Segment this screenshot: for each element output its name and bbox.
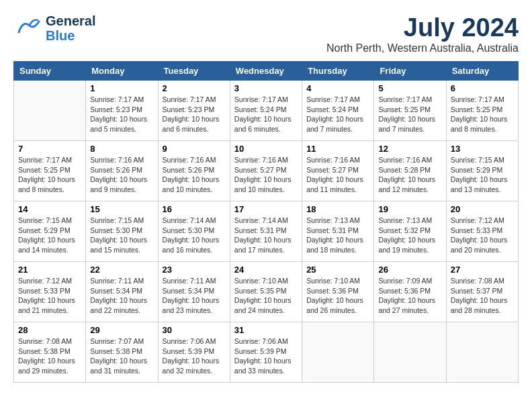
cell-info-text: Sunrise: 7:16 AM Sunset: 5:26 PM Dayligh… (163, 155, 226, 195)
cell-day-number: 4 (306, 83, 369, 93)
cell-day-number: 18 (306, 204, 369, 214)
cell-day-number: 9 (163, 144, 226, 154)
calendar-cell: 18Sunrise: 7:13 AM Sunset: 5:31 PM Dayli… (302, 201, 374, 262)
cell-day-number: 14 (18, 204, 81, 214)
cell-day-number: 13 (451, 144, 514, 154)
cell-day-number: 6 (451, 83, 514, 93)
logo-blue-text: Blue (46, 28, 95, 43)
cell-info-text: Sunrise: 7:17 AM Sunset: 5:25 PM Dayligh… (18, 155, 81, 195)
header-sunday: Sunday (14, 62, 86, 81)
cell-day-number: 28 (18, 325, 81, 335)
calendar-body: 1Sunrise: 7:17 AM Sunset: 5:23 PM Daylig… (14, 81, 519, 383)
calendar-cell: 11Sunrise: 7:16 AM Sunset: 5:27 PM Dayli… (302, 141, 374, 201)
logo-name: General Blue (46, 13, 95, 43)
cell-info-text: Sunrise: 7:17 AM Sunset: 5:24 PM Dayligh… (306, 95, 369, 134)
cell-day-number: 2 (163, 83, 226, 93)
cell-info-text: Sunrise: 7:06 AM Sunset: 5:39 PM Dayligh… (163, 336, 226, 376)
calendar-cell: 15Sunrise: 7:15 AM Sunset: 5:30 PM Dayli… (86, 201, 158, 262)
cell-day-number: 30 (163, 325, 226, 335)
calendar-cell: 19Sunrise: 7:13 AM Sunset: 5:32 PM Dayli… (374, 201, 446, 262)
cell-info-text: Sunrise: 7:06 AM Sunset: 5:39 PM Dayligh… (234, 336, 298, 376)
header-wednesday: Wednesday (230, 62, 302, 81)
cell-info-text: Sunrise: 7:17 AM Sunset: 5:25 PM Dayligh… (451, 95, 514, 134)
cell-day-number: 3 (234, 83, 298, 93)
cell-info-text: Sunrise: 7:14 AM Sunset: 5:31 PM Dayligh… (234, 216, 298, 255)
calendar-cell: 30Sunrise: 7:06 AM Sunset: 5:39 PM Dayli… (158, 322, 230, 383)
cell-info-text: Sunrise: 7:13 AM Sunset: 5:32 PM Dayligh… (378, 216, 441, 255)
cell-day-number: 24 (234, 265, 298, 275)
subtitle: North Perth, Western Australia, Australi… (326, 42, 519, 54)
calendar-cell: 26Sunrise: 7:09 AM Sunset: 5:36 PM Dayli… (374, 262, 446, 322)
cell-info-text: Sunrise: 7:08 AM Sunset: 5:37 PM Dayligh… (451, 276, 514, 316)
calendar-cell: 7Sunrise: 7:17 AM Sunset: 5:25 PM Daylig… (14, 141, 86, 201)
calendar-cell: 27Sunrise: 7:08 AM Sunset: 5:37 PM Dayli… (446, 262, 518, 322)
calendar-cell: 17Sunrise: 7:14 AM Sunset: 5:31 PM Dayli… (230, 201, 302, 262)
cell-info-text: Sunrise: 7:16 AM Sunset: 5:27 PM Dayligh… (306, 155, 369, 195)
week-row-1: 7Sunrise: 7:17 AM Sunset: 5:25 PM Daylig… (14, 141, 519, 201)
logo: General Blue (13, 13, 95, 43)
week-row-3: 21Sunrise: 7:12 AM Sunset: 5:33 PM Dayli… (14, 262, 519, 322)
page-header: General Blue July 2024 North Perth, West… (13, 13, 519, 54)
calendar-cell: 8Sunrise: 7:16 AM Sunset: 5:26 PM Daylig… (86, 141, 158, 201)
calendar-cell: 21Sunrise: 7:12 AM Sunset: 5:33 PM Dayli… (14, 262, 86, 322)
calendar-cell (302, 322, 374, 383)
cell-day-number: 5 (378, 83, 441, 93)
cell-day-number: 7 (18, 144, 81, 154)
cell-info-text: Sunrise: 7:17 AM Sunset: 5:23 PM Dayligh… (90, 95, 153, 134)
cell-day-number: 10 (234, 144, 298, 154)
calendar-cell: 24Sunrise: 7:10 AM Sunset: 5:35 PM Dayli… (230, 262, 302, 322)
cell-day-number: 12 (378, 144, 441, 154)
cell-info-text: Sunrise: 7:12 AM Sunset: 5:33 PM Dayligh… (18, 276, 81, 316)
cell-info-text: Sunrise: 7:11 AM Sunset: 5:34 PM Dayligh… (163, 276, 226, 316)
cell-info-text: Sunrise: 7:08 AM Sunset: 5:38 PM Dayligh… (18, 336, 81, 376)
cell-info-text: Sunrise: 7:14 AM Sunset: 5:30 PM Dayligh… (163, 216, 226, 255)
cell-info-text: Sunrise: 7:16 AM Sunset: 5:27 PM Dayligh… (234, 155, 298, 195)
calendar-header: SundayMondayTuesdayWednesdayThursdayFrid… (14, 62, 519, 81)
calendar-cell: 4Sunrise: 7:17 AM Sunset: 5:24 PM Daylig… (302, 81, 374, 141)
calendar-cell: 13Sunrise: 7:15 AM Sunset: 5:29 PM Dayli… (446, 141, 518, 201)
calendar-cell (446, 322, 518, 383)
cell-info-text: Sunrise: 7:17 AM Sunset: 5:23 PM Dayligh… (163, 95, 226, 134)
calendar-cell: 2Sunrise: 7:17 AM Sunset: 5:23 PM Daylig… (158, 81, 230, 141)
calendar-cell: 10Sunrise: 7:16 AM Sunset: 5:27 PM Dayli… (230, 141, 302, 201)
cell-info-text: Sunrise: 7:10 AM Sunset: 5:36 PM Dayligh… (306, 276, 369, 316)
week-row-0: 1Sunrise: 7:17 AM Sunset: 5:23 PM Daylig… (14, 81, 519, 141)
cell-info-text: Sunrise: 7:13 AM Sunset: 5:31 PM Dayligh… (306, 216, 369, 255)
calendar-cell: 31Sunrise: 7:06 AM Sunset: 5:39 PM Dayli… (230, 322, 302, 383)
calendar-cell: 16Sunrise: 7:14 AM Sunset: 5:30 PM Dayli… (158, 201, 230, 262)
cell-day-number: 20 (451, 204, 514, 214)
header-thursday: Thursday (302, 62, 374, 81)
calendar-cell: 25Sunrise: 7:10 AM Sunset: 5:36 PM Dayli… (302, 262, 374, 322)
cell-day-number: 15 (90, 204, 153, 214)
cell-info-text: Sunrise: 7:17 AM Sunset: 5:25 PM Dayligh… (378, 95, 441, 134)
calendar-cell (14, 81, 86, 141)
cell-info-text: Sunrise: 7:16 AM Sunset: 5:28 PM Dayligh… (378, 155, 441, 195)
week-row-4: 28Sunrise: 7:08 AM Sunset: 5:38 PM Dayli… (14, 322, 519, 383)
header-monday: Monday (86, 62, 158, 81)
cell-day-number: 19 (378, 204, 441, 214)
calendar-cell (374, 322, 446, 383)
cell-info-text: Sunrise: 7:17 AM Sunset: 5:24 PM Dayligh… (234, 95, 298, 134)
cell-day-number: 17 (234, 204, 298, 214)
calendar-cell: 23Sunrise: 7:11 AM Sunset: 5:34 PM Dayli… (158, 262, 230, 322)
cell-day-number: 1 (90, 83, 153, 93)
calendar-cell: 12Sunrise: 7:16 AM Sunset: 5:28 PM Dayli… (374, 141, 446, 201)
calendar-cell: 1Sunrise: 7:17 AM Sunset: 5:23 PM Daylig… (86, 81, 158, 141)
calendar-cell: 29Sunrise: 7:07 AM Sunset: 5:38 PM Dayli… (86, 322, 158, 383)
cell-info-text: Sunrise: 7:10 AM Sunset: 5:35 PM Dayligh… (234, 276, 298, 316)
cell-day-number: 29 (90, 325, 153, 335)
week-row-2: 14Sunrise: 7:15 AM Sunset: 5:29 PM Dayli… (14, 201, 519, 262)
calendar-cell: 28Sunrise: 7:08 AM Sunset: 5:38 PM Dayli… (14, 322, 86, 383)
cell-day-number: 16 (163, 204, 226, 214)
cell-day-number: 11 (306, 144, 369, 154)
calendar-cell: 6Sunrise: 7:17 AM Sunset: 5:25 PM Daylig… (446, 81, 518, 141)
header-saturday: Saturday (446, 62, 518, 81)
header-tuesday: Tuesday (158, 62, 230, 81)
main-title: July 2024 (326, 13, 519, 42)
cell-info-text: Sunrise: 7:11 AM Sunset: 5:34 PM Dayligh… (90, 276, 153, 316)
logo-general-text: General (46, 13, 95, 28)
cell-info-text: Sunrise: 7:12 AM Sunset: 5:33 PM Dayligh… (451, 216, 514, 255)
cell-day-number: 22 (90, 265, 153, 275)
calendar-cell: 22Sunrise: 7:11 AM Sunset: 5:34 PM Dayli… (86, 262, 158, 322)
cell-info-text: Sunrise: 7:07 AM Sunset: 5:38 PM Dayligh… (90, 336, 153, 376)
